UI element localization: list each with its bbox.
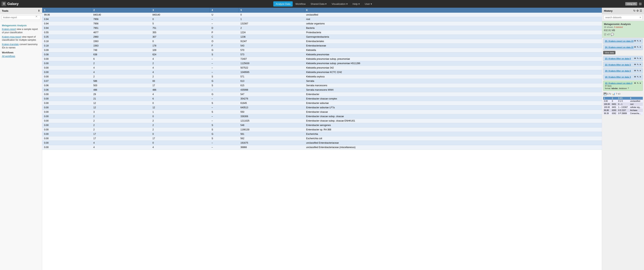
hist-action-icon-10-3[interactable]: 📊 — [612, 92, 615, 95]
nav-item-analyze-data[interactable]: Analyze Data — [273, 1, 293, 7]
history-refresh-icon[interactable]: ↻ — [633, 9, 636, 12]
table-row[interactable]: 0.0022–1211025Enterobacter cloacae subsp… — [42, 119, 602, 123]
history-columns-icon[interactable]: ☰ — [640, 9, 642, 12]
table-row[interactable]: 0.001212–640513Enterobacter asburiae LF7… — [42, 105, 602, 110]
table-row[interactable]: 0.0064–72407Klebsiella pneumoniae subsp.… — [42, 57, 602, 61]
brand-logo[interactable]: ☰ Galaxy — [2, 2, 18, 6]
hist-tag-icon-10[interactable]: 🏷 — [618, 92, 620, 95]
table-row[interactable]: 0.00294G547Enterobacter — [42, 92, 602, 97]
table-row[interactable]: 0.00216–354276Enterobacter cloacae compl… — [42, 97, 602, 101]
search-clear-icon[interactable]: ✕ — [36, 15, 38, 18]
hist-delete-icon-10[interactable]: ✕ — [640, 82, 641, 84]
hist-delete-icon-24[interactable]: ✕ — [640, 46, 641, 48]
kraken-mpa-report-link[interactable]: Kraken-mpa-report — [2, 36, 21, 38]
upload-icon[interactable]: ⬆ — [38, 9, 40, 12]
hist-edit-icon-10[interactable]: ✎ — [637, 82, 639, 84]
table-row[interactable]: 0.0758683G613Serratia — [42, 79, 602, 83]
hist-eye-icon-22[interactable]: 👁 — [634, 63, 636, 66]
table-row[interactable]: 0.0022–1125630Klebsiella pneumoniae subs… — [42, 61, 602, 66]
nav-item-user[interactable]: User ▾ — [362, 1, 374, 7]
nav-item-visualization[interactable]: Visualization ▾ — [329, 1, 350, 7]
tools-search-input[interactable] — [2, 15, 40, 20]
table-cell-0-0: 99.06 — [42, 13, 92, 17]
hist-delete-icon-18[interactable]: ✕ — [640, 76, 641, 78]
table-row[interactable]: 0.181563178F543Enterobacteriaceae — [42, 44, 602, 48]
history-search-clear-icon[interactable]: ✕ — [640, 16, 641, 19]
table-row[interactable]: 0.08638624S573Klebsiella pneumoniae — [42, 52, 602, 57]
history-settings-icon[interactable]: ⚙ — [636, 9, 639, 12]
mini-cell-4-0: 99.39 — [603, 112, 611, 115]
table-row[interactable]: 0.00120S61645Enterobacter asburiae — [42, 101, 602, 105]
history-search-input[interactable] — [604, 15, 642, 20]
hist-title-22[interactable]: 22: Kraken-filter on data 5 — [605, 64, 631, 66]
table-row[interactable]: 0.0044–507522Klebsiella pneumoniae 342 — [42, 66, 602, 70]
table-cell-12-0: 0.00 — [42, 66, 92, 70]
table-row[interactable]: 0.0031S550Enterobacter cloacae — [42, 110, 602, 114]
hist-actions-22: 👁 ✎ ✕ — [634, 63, 641, 66]
history-comment-icon[interactable]: 💬 — [611, 33, 614, 36]
table-row[interactable]: 0.9479560–1root — [42, 17, 602, 22]
hist-edit-icon-25[interactable]: ✎ — [637, 40, 639, 42]
hist-title-10[interactable]: 10: Kraken-report on data 4 — [605, 82, 632, 84]
hist-eye-icon-10[interactable]: 👁 — [634, 82, 636, 84]
hist-eye-icon-24[interactable]: 👁 — [634, 46, 636, 48]
table-cell-22-0: 0.00 — [42, 110, 92, 114]
table-row[interactable]: 0.0044–36866unclassified Enterobacteriac… — [42, 145, 602, 150]
history-deleted-link[interactable]: 9 deleted — [614, 26, 623, 28]
history-checkbox-icon[interactable]: ☑ — [604, 33, 606, 36]
hist-delete-icon-25[interactable]: ✕ — [640, 40, 641, 42]
hist-eye-icon-19[interactable]: 👁 — [634, 70, 636, 72]
hist-title-25[interactable]: 25: Kraken-report on data 23 — [605, 40, 634, 42]
tools-panel: Tools ⬆ ✕ Metagenomic Analysis Kraken-re… — [0, 8, 42, 270]
kraken-report-link[interactable]: Kraken-report — [2, 28, 16, 31]
table-row[interactable]: 0.352960307C1236Gammaproteobacteria — [42, 35, 602, 39]
hist-edit-icon-19[interactable]: ✎ — [637, 70, 639, 72]
hist-eye-icon-18[interactable]: 👁 — [634, 76, 636, 78]
table-row[interactable]: 0.0650317S615Serratia marcescens — [42, 83, 602, 88]
hist-eye-icon-25[interactable]: 👁 — [634, 40, 636, 42]
hist-action-icon-10-4[interactable]: ? — [616, 92, 617, 95]
table-row[interactable]: 0.947951751D2Bacteria — [42, 26, 602, 30]
table-row[interactable]: 0.0020–336306Enterobacter cloacae subsp.… — [42, 114, 602, 119]
all-workflows-link[interactable]: All workflows — [2, 55, 15, 58]
nav-item-workflow[interactable]: Workflow — [293, 1, 308, 7]
table-cell-29-3: – — [210, 141, 239, 145]
table-row[interactable]: 0.1815630O91347Enterobacteriales — [42, 39, 602, 44]
table-cell-30-0: 0.00 — [42, 145, 92, 150]
hist-delete-icon-23[interactable]: ✕ — [640, 57, 641, 60]
table-row[interactable]: 99.06840140840140U0unclassified — [42, 13, 602, 17]
hist-mini-table-container: 123 4 560.0000 U 0unclassified100.006401… — [602, 97, 644, 115]
hist-title-23[interactable]: 23: Kraken-filter on data 6 — [605, 57, 631, 60]
nav-item-shared-data[interactable]: Shared Data ▾ — [308, 1, 329, 7]
hist-delete-icon-19[interactable]: ✕ — [640, 70, 641, 72]
mini-cell-3-3: Archaea — [630, 109, 643, 112]
hist-delete-icon-22[interactable]: ✕ — [640, 63, 641, 66]
hist-title-19[interactable]: 19: Kraken-filter on data 6 — [605, 70, 631, 72]
apps-icon[interactable]: ⊞ — [638, 1, 642, 7]
hist-title-24[interactable]: 24: Kraken-report on data 22 — [605, 46, 634, 48]
table-row[interactable]: 0.09749109G570Klebsiella — [42, 48, 602, 52]
table-row[interactable]: 0.0040–191675unclassified Enterobacteria… — [42, 141, 602, 145]
hist-eye-icon-23[interactable]: 👁 — [634, 57, 636, 60]
nav-item-help[interactable]: Help ▾ — [350, 1, 362, 7]
table-row[interactable]: 0.0044–1049565Klebsiella pneumoniae KCTC… — [42, 70, 602, 74]
hist-edit-icon-24[interactable]: ✎ — [637, 46, 639, 48]
table-row[interactable]: 0.554677355P1224Proteobacteria — [42, 30, 602, 35]
hist-action-icon-10-0[interactable]: 💾 — [604, 92, 606, 95]
table-row[interactable]: 0.06486486–435998Serratia marcescens WW4 — [42, 88, 602, 92]
hist-edit-icon-23[interactable]: ✎ — [637, 57, 639, 60]
hist-action-icon-10-1[interactable]: ℹ — [608, 92, 608, 95]
history-tag-icon[interactable]: 🏷 — [607, 33, 610, 36]
table-row[interactable]: 0.9479565–131567cellular organisms — [42, 22, 602, 26]
hist-edit-icon-22[interactable]: ✎ — [637, 63, 639, 66]
table-cell-5-2: 307 — [150, 35, 210, 39]
table-row[interactable]: 0.001717S562Escherichia coli — [42, 136, 602, 141]
table-row[interactable]: 0.0022S571Klebsiella oxytoca — [42, 74, 602, 79]
hist-title-18[interactable]: 18: Kraken-filter on data 3 — [605, 76, 631, 78]
table-row[interactable]: 0.0022S1166130Enterobacter sp. R4-368 — [42, 127, 602, 132]
hist-action-icon-10-2[interactable]: ↻ — [609, 92, 611, 95]
kraken-translate-link[interactable]: Kraken-translate — [2, 43, 19, 46]
table-row[interactable]: 0.00170G561Escherichia — [42, 132, 602, 136]
hist-edit-icon-18[interactable]: ✎ — [637, 76, 639, 78]
table-row[interactable]: 0.0022S548Enterobacter aerogenes — [42, 123, 602, 127]
